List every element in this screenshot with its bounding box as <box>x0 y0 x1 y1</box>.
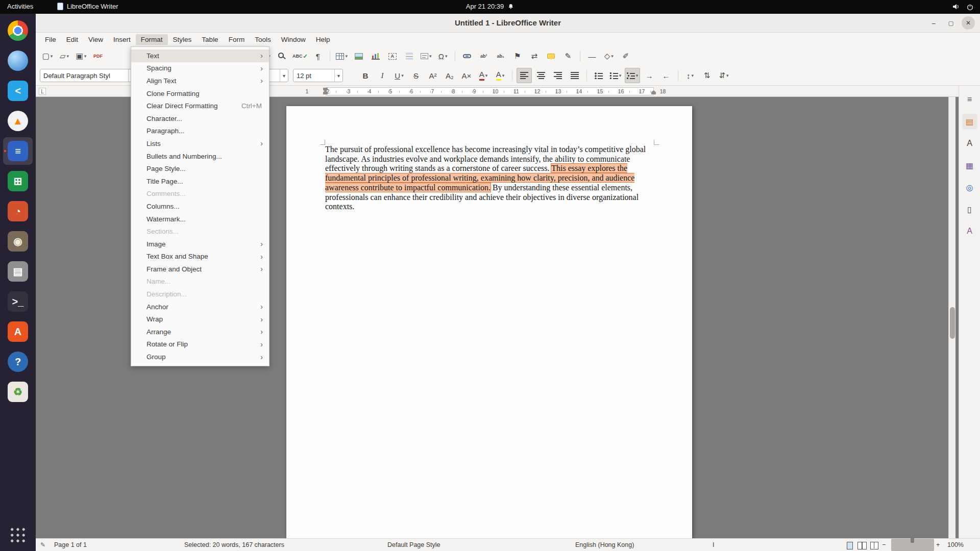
unordered-list-icon[interactable] <box>591 68 606 83</box>
blue-globe-dock-icon[interactable] <box>3 47 33 74</box>
format-menu-item-character[interactable]: Character... <box>131 112 269 125</box>
open-file-icon[interactable]: ▱ <box>57 48 72 64</box>
format-menu-item-page-style[interactable]: Page Style... <box>131 162 269 175</box>
clear-direct-formatting-icon[interactable]: A× <box>459 68 474 83</box>
spelling-icon[interactable]: ABC <box>291 48 309 64</box>
format-menu-item-image[interactable]: Image <box>131 238 269 251</box>
format-menu-item-spacing[interactable]: Spacing <box>131 62 269 75</box>
page-panel-icon[interactable]: ▯ <box>962 202 977 217</box>
selection-mode-icon[interactable]: I <box>713 539 714 551</box>
menu-format[interactable]: Format <box>136 34 168 45</box>
menu-file[interactable]: File <box>40 34 61 45</box>
minimize-button[interactable] <box>927 16 940 30</box>
styles-panel-icon[interactable]: A <box>962 136 977 151</box>
align-left-icon[interactable] <box>517 68 532 83</box>
decrease-indent-icon[interactable]: ← <box>658 68 674 83</box>
style-inspector-panel-icon[interactable]: A <box>962 223 977 239</box>
highlight-color-icon[interactable]: A <box>493 68 508 83</box>
word-count-label[interactable]: Selected: 20 words, 167 characters <box>184 539 284 551</box>
menu-help[interactable]: Help <box>311 34 335 45</box>
vscode-dock-icon[interactable]: < <box>3 77 33 105</box>
vlc-dock-icon[interactable]: ▲ <box>3 107 33 135</box>
menu-table[interactable]: Table <box>197 34 223 45</box>
document-page[interactable]: The pursuit of professional excellence h… <box>286 106 692 538</box>
format-menu-item-frame-and-object[interactable]: Frame and Object <box>131 263 269 276</box>
libreoffice-calc-dock-icon[interactable]: ⊞ <box>3 167 33 195</box>
save-icon[interactable]: ▣ <box>74 48 89 64</box>
insert-footnote-icon[interactable]: ab¹ <box>476 48 492 64</box>
increase-paragraph-spacing-icon[interactable]: ⇅ <box>699 68 715 83</box>
sidebar-settings-icon[interactable]: ≡ <box>962 92 977 107</box>
libreoffice-impress-dock-icon[interactable]: ◔ <box>3 197 33 225</box>
increase-indent-icon[interactable]: → <box>642 68 657 83</box>
format-menu-item-clear-direct-formatting[interactable]: Clear Direct Formatting Ctrl+M <box>131 99 269 112</box>
insert-chart-icon[interactable] <box>368 48 383 64</box>
app-menu[interactable]: LibreOffice Writer <box>57 3 118 10</box>
menu-form[interactable]: Form <box>224 34 250 45</box>
format-menu-item-sections[interactable]: Sections... <box>131 225 269 238</box>
format-menu-item-comments[interactable]: Comments... <box>131 188 269 201</box>
menu-styles[interactable]: Styles <box>168 34 197 45</box>
ordered-list-icon[interactable] <box>608 68 623 83</box>
paragraph-text[interactable]: The pursuit of professional excellence h… <box>325 145 654 212</box>
format-menu-item-columns[interactable]: Columns... <box>131 200 269 213</box>
gallery-panel-icon[interactable]: ▦ <box>962 158 977 173</box>
line-spacing-icon[interactable]: ↕ <box>682 68 698 83</box>
show-draw-functions-icon[interactable]: ✐ <box>618 48 633 64</box>
terminal-dock-icon[interactable]: >_ <box>3 288 33 315</box>
find-replace-icon[interactable] <box>275 48 290 64</box>
paragraph-style-combo[interactable]: Default Paragraph Styl <box>40 69 137 82</box>
vertical-scrollbar[interactable] <box>948 97 955 538</box>
subscript-icon[interactable]: A₂ <box>442 68 457 83</box>
underline-icon[interactable]: U <box>391 68 407 83</box>
page-count-label[interactable]: Page 1 of 1 <box>54 539 87 551</box>
format-menu-item-clone-formatting[interactable]: Clone Formatting <box>131 87 269 100</box>
zoom-slider-thumb[interactable] <box>911 536 914 543</box>
multi-page-view-icon[interactable] <box>857 541 866 549</box>
menu-insert[interactable]: Insert <box>108 34 136 45</box>
insert-table-icon[interactable] <box>334 48 350 64</box>
toolbar-separator[interactable] <box>580 51 580 62</box>
track-changes-icon[interactable]: ✎ <box>560 48 576 64</box>
format-menu-item-paragraph[interactable]: Paragraph... <box>131 125 269 138</box>
help-dock-icon[interactable]: ? <box>3 348 33 375</box>
menu-tools[interactable]: Tools <box>250 34 276 45</box>
ubuntu-software-dock-icon[interactable]: A <box>3 318 33 345</box>
superscript-icon[interactable]: A² <box>425 68 440 83</box>
close-button[interactable] <box>962 16 975 30</box>
format-menu-item-watermark[interactable]: Watermark... <box>131 213 269 226</box>
format-menu-item-description[interactable]: Description... <box>131 288 269 300</box>
gimp-dock-icon[interactable]: ◉ <box>3 228 33 255</box>
zoom-slider[interactable] <box>891 539 934 551</box>
new-document-icon[interactable]: ▢ <box>40 48 55 64</box>
navigator-panel-icon[interactable]: ◎ <box>962 180 977 195</box>
libreoffice-writer-dock-icon[interactable]: ≡ <box>3 137 33 165</box>
chrome-dock-icon[interactable] <box>3 17 33 44</box>
files-dock-icon[interactable]: ▤ <box>3 258 33 285</box>
clock-menu[interactable]: Apr 21 20:39 <box>466 3 514 10</box>
insert-special-character-icon[interactable]: Ω <box>435 48 451 64</box>
format-menu-item-text-box-and-shape[interactable]: Text Box and Shape <box>131 251 269 263</box>
menu-window[interactable]: Window <box>276 34 311 45</box>
system-status-area[interactable] <box>952 3 974 11</box>
font-color-icon[interactable]: A <box>476 68 491 83</box>
insert-field-icon[interactable] <box>419 48 434 64</box>
decrease-paragraph-spacing-icon[interactable]: ⇵ <box>716 68 731 83</box>
format-menu-item-arrange[interactable]: Arrange <box>131 325 269 338</box>
format-menu-item-lists[interactable]: Lists <box>131 137 269 150</box>
formatting-marks-icon[interactable]: ¶ <box>310 48 326 64</box>
format-menu-item-align-text[interactable]: Align Text <box>131 74 269 87</box>
align-justify-icon[interactable] <box>567 68 582 83</box>
bold-icon[interactable]: B <box>358 68 373 83</box>
trash-dock-icon[interactable]: ♻ <box>3 378 33 406</box>
toolbar-separator[interactable] <box>330 51 330 62</box>
toolbar-separator[interactable] <box>455 51 455 62</box>
book-view-icon[interactable] <box>870 541 878 549</box>
document-modified-icon[interactable]: ✎ <box>40 539 45 551</box>
insert-endnote-icon[interactable]: ab₁ <box>493 48 508 64</box>
scrollbar-thumb[interactable] <box>950 307 955 339</box>
title-bar[interactable]: Untitled 1 - LibreOffice Writer <box>36 14 980 33</box>
insert-comment-icon[interactable] <box>544 48 559 64</box>
font-size-combo[interactable]: 12 pt <box>293 69 343 82</box>
tab-stop-type-selector[interactable]: L <box>39 88 46 95</box>
